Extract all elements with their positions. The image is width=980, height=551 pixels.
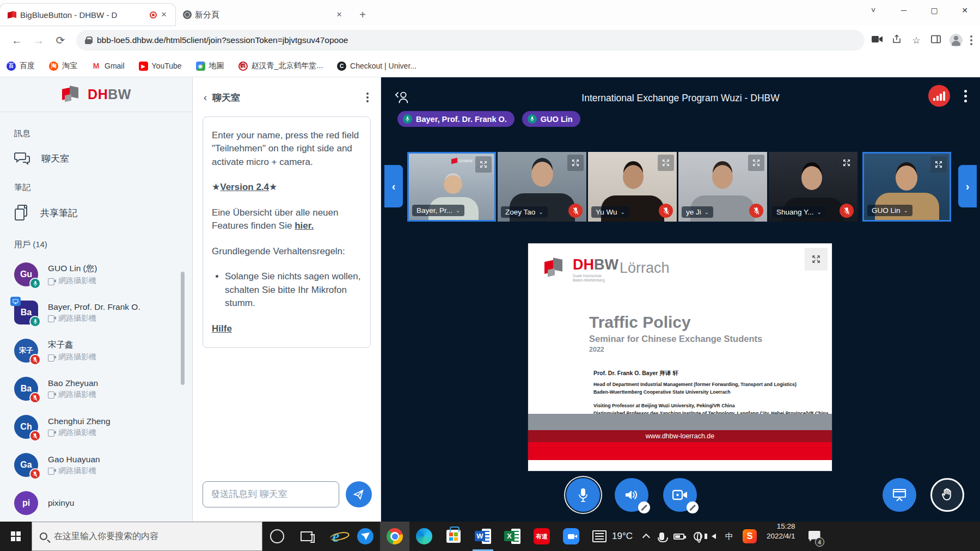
cortana-button[interactable] — [262, 522, 292, 551]
webcam-button[interactable] — [663, 478, 697, 512]
video-name-label[interactable]: ye Ji⌄ — [682, 206, 713, 218]
side-panel-icon[interactable] — [930, 35, 942, 46]
chat-back-chevron-icon[interactable]: ‹ — [204, 92, 207, 103]
talking-indicator-bayer[interactable]: Bayer, Prof. Dr. Frank O. — [397, 111, 514, 127]
audio-device-badge-icon[interactable] — [638, 501, 650, 513]
chat-title[interactable]: 聊天室 — [212, 91, 363, 104]
userlist-scrollbar[interactable] — [181, 272, 185, 385]
tray-expand-chevron-icon[interactable] — [642, 534, 650, 541]
excel-button[interactable]: X — [498, 522, 527, 551]
chrome-button[interactable] — [380, 522, 409, 551]
video-tile-ye-ji[interactable]: ye Ji⌄ — [678, 152, 767, 222]
user-row-pixinyu[interactable]: pi pixinyu — [0, 484, 192, 522]
fullscreen-icon[interactable] — [838, 155, 855, 171]
video-tile-bayer[interactable]: DHBW Bayer, Pr...⌄ — [407, 152, 496, 222]
back-button[interactable]: ← — [8, 31, 26, 50]
raise-hand-button[interactable] — [930, 478, 964, 512]
user-row-gao-huayuan[interactable]: Ga Gao Huayuan 網路攝影機 — [0, 446, 192, 484]
audio-button[interactable] — [615, 478, 648, 512]
tab-bigbluebutton[interactable]: BigBlueButton - DHBW - D × — [0, 4, 175, 26]
bookmark-gmail[interactable]: M Gmail — [91, 62, 125, 71]
fullscreen-icon[interactable] — [930, 156, 947, 173]
scroll-videos-right-button[interactable]: › — [958, 165, 977, 207]
youdao-button[interactable]: 有道 — [527, 522, 556, 551]
start-button[interactable] — [0, 522, 32, 551]
window-maximize-button[interactable]: ▢ — [919, 6, 950, 15]
fullscreen-icon[interactable] — [748, 155, 764, 171]
bookmark-taobao[interactable]: 淘 淘宝 — [49, 61, 77, 71]
user-row-chenghui-zheng[interactable]: Ch Chenghui Zheng 網路攝影機 — [0, 408, 192, 446]
video-name-label[interactable]: Yu Wu⌄ — [591, 206, 629, 218]
fullscreen-icon[interactable] — [567, 155, 584, 171]
taskbar-search-input[interactable] — [54, 531, 254, 541]
internet-explorer-button[interactable]: e — [321, 522, 351, 551]
browser-profile-avatar[interactable] — [950, 34, 963, 47]
address-bar[interactable]: bbb-loe5.dhbw.de/html5client/join?sessio… — [76, 30, 865, 51]
forward-button[interactable]: → — [29, 31, 48, 50]
taskbar-search-box[interactable] — [32, 522, 262, 551]
microsoft-store-button[interactable] — [439, 522, 468, 551]
video-tile-yu-wu[interactable]: Yu Wu⌄ — [588, 152, 677, 222]
tab-close-button[interactable]: × — [158, 9, 170, 21]
lock-icon[interactable] — [85, 36, 91, 44]
video-tile-zoey-tao[interactable]: Zoey Tao⌄ — [498, 152, 586, 222]
bookmark-zhaohanqing[interactable]: 鹤 赵汉青_北京鹤年堂... — [238, 61, 323, 71]
send-message-button[interactable] — [346, 481, 372, 507]
webcam-device-badge-icon[interactable] — [687, 501, 699, 513]
hier-link[interactable]: hier. — [295, 221, 314, 231]
video-tile-shuang-y[interactable]: Shuang Y...⌄ — [769, 152, 857, 222]
volume-icon[interactable] — [712, 534, 716, 539]
reload-button[interactable]: ⟳ — [51, 31, 70, 50]
bookmark-star-icon[interactable]: ☆ — [910, 35, 922, 46]
recording-indicator-button[interactable] — [928, 85, 950, 107]
ime-language-indicator[interactable]: 中 — [725, 531, 733, 542]
tray-microphone-icon[interactable] — [659, 532, 664, 540]
tab-new-page[interactable]: 新分頁 × — [175, 4, 351, 26]
taskbar-clock[interactable]: 15:28 2022/4/1 — [762, 522, 800, 551]
sidebar-item-shared-notes[interactable]: 共享筆記 — [14, 205, 192, 221]
battery-icon[interactable] — [673, 534, 684, 540]
video-name-label[interactable]: Shuang Y...⌄ — [772, 206, 826, 218]
video-name-label[interactable]: Zoey Tao⌄ — [501, 206, 548, 218]
mute-button[interactable] — [566, 478, 600, 512]
user-row-songzixin[interactable]: 宋子 宋子鑫 網路攝影機 — [0, 332, 192, 370]
share-icon[interactable] — [891, 34, 903, 47]
bookmark-maps[interactable]: ◉ 地圖 — [196, 61, 224, 71]
video-name-label[interactable]: Bayer, Pr...⌄ — [412, 205, 464, 216]
user-row-bayer[interactable]: Ba Bayer, Prof. Dr. Frank O. 網路攝影機 — [0, 293, 192, 332]
task-view-button[interactable] — [292, 522, 321, 551]
talking-indicator-guo-lin[interactable]: GUO Lin — [522, 111, 580, 127]
tab-search-chevron-icon[interactable]: ˅ — [858, 6, 889, 15]
chat-options-button[interactable] — [363, 90, 372, 105]
word-button[interactable]: W — [468, 522, 498, 551]
user-row-bao-zheyuan[interactable]: Ba Bao Zheyuan 網路攝影機 — [0, 370, 192, 408]
window-close-button[interactable]: ✕ — [950, 6, 980, 15]
window-minimize-button[interactable]: ─ — [889, 6, 919, 15]
user-row-guo-lin[interactable]: Gu GUO Lin (您) 網路攝影機 — [0, 255, 192, 293]
toggle-userlist-button[interactable] — [394, 90, 411, 106]
video-name-label[interactable]: GUO Lin⌄ — [867, 205, 912, 216]
chat-message-input[interactable] — [203, 481, 339, 507]
browser-menu-icon[interactable] — [970, 35, 972, 45]
bookmark-checkout[interactable]: C Checkout | Univer... — [337, 62, 416, 71]
restore-presentation-button[interactable] — [883, 478, 916, 512]
presentation-fullscreen-button[interactable] — [805, 248, 828, 271]
edge-button[interactable] — [409, 522, 439, 551]
url-text[interactable]: bbb-loe5.dhbw.de/html5client/join?sessio… — [97, 35, 348, 45]
presentation-slide[interactable]: DHBW Duale HochschuleBaden-Württemberg L… — [528, 243, 832, 471]
tab-close-button[interactable]: × — [333, 9, 345, 21]
bookmark-youtube[interactable]: ▶ YouTube — [139, 62, 182, 71]
sogou-input-icon[interactable]: S — [743, 529, 757, 543]
zoom-button[interactable] — [556, 522, 586, 551]
sidebar-item-public-chat[interactable]: 聊天室 — [14, 151, 192, 166]
help-link[interactable]: Hilfe — [212, 322, 362, 335]
fullscreen-icon[interactable] — [475, 156, 492, 173]
news-weather-widget[interactable]: 19°C — [586, 522, 639, 551]
action-center-button[interactable]: 4 — [800, 522, 829, 551]
options-menu-button[interactable] — [964, 90, 967, 102]
video-tile-guo-lin[interactable]: GUO Lin⌄ — [862, 152, 951, 222]
scroll-videos-left-button[interactable]: ‹ — [384, 165, 403, 207]
bookmark-baidu[interactable]: 百 百度 — [7, 61, 35, 71]
network-globe-icon[interactable] — [694, 532, 702, 541]
camera-in-use-icon[interactable] — [871, 35, 883, 46]
